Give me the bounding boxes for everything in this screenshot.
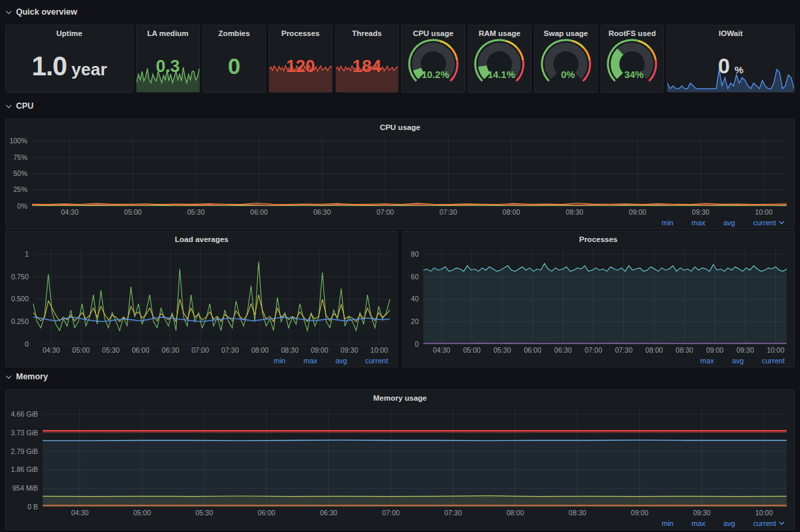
svg-text:75%: 75% <box>13 153 27 161</box>
panel-title-uptime[interactable]: Uptime <box>6 25 133 40</box>
svg-text:06:30: 06:30 <box>320 509 337 517</box>
svg-text:08:00: 08:00 <box>645 346 663 354</box>
svg-text:07:00: 07:00 <box>191 346 209 354</box>
uptime-value: 1.0 <box>31 51 67 81</box>
panel-title-swap-usage-gauge[interactable]: Swap usage <box>535 25 597 40</box>
panel-processes-chart: Processes 02040608004:3005:0005:3006:000… <box>402 231 795 367</box>
legend-min[interactable]: min <box>661 219 673 227</box>
processes-chart[interactable]: 02040608004:3005:0005:3006:0006:3007:000… <box>403 246 793 355</box>
legend-current[interactable]: current <box>762 357 785 365</box>
cpu-usage-chart[interactable]: 0%25%50%75%100%04:3005:0005:3006:0006:30… <box>7 134 793 217</box>
panel-title-processes-stat[interactable]: Processes <box>269 25 332 40</box>
svg-text:10:00: 10:00 <box>767 346 784 354</box>
grafana-dashboard: Quick overview Uptime 1.0 year LA medium… <box>0 0 800 532</box>
svg-text:09:00: 09:00 <box>629 208 646 216</box>
load-averages-chart[interactable]: 00.2500.5000.750104:3005:0005:3006:0006:… <box>7 246 397 355</box>
svg-text:07:30: 07:30 <box>615 346 632 354</box>
legend-min[interactable]: min <box>273 357 285 365</box>
chevron-down-icon <box>6 103 11 108</box>
svg-text:07:30: 07:30 <box>439 208 457 216</box>
chevron-down-icon <box>6 9 11 14</box>
svg-text:0%: 0% <box>561 69 575 80</box>
panel-title-zombies[interactable]: Zombies <box>203 25 266 40</box>
svg-text:0: 0 <box>25 340 29 348</box>
legend-current[interactable]: current <box>753 519 785 527</box>
svg-text:05:30: 05:30 <box>195 509 213 517</box>
panel-ram-usage-gauge: RAM usage 14.1% <box>468 25 532 93</box>
svg-text:0%: 0% <box>17 202 27 210</box>
svg-text:0.500: 0.500 <box>11 295 29 303</box>
panel-title-la-medium[interactable]: LA medium <box>137 25 199 40</box>
legend-min[interactable]: min <box>661 519 673 527</box>
panel-title-ram-usage-gauge[interactable]: RAM usage <box>469 25 531 40</box>
load-averages-legend: minmaxavgcurrent <box>273 357 388 365</box>
svg-text:0 B: 0 B <box>27 503 38 511</box>
uptime-unit: year <box>71 59 107 80</box>
legend-max[interactable]: max <box>691 219 705 227</box>
panel-title-cpu-usage-chart[interactable]: CPU usage <box>6 119 794 134</box>
panel-threads-stat: Threads 184 <box>335 25 399 93</box>
legend-avg[interactable]: avg <box>335 357 347 365</box>
panel-title-threads-stat[interactable]: Threads <box>336 25 399 40</box>
svg-text:14.1%: 14.1% <box>488 69 515 80</box>
section-memory[interactable]: Memory <box>5 370 795 383</box>
svg-text:1: 1 <box>25 250 29 258</box>
svg-text:09:00: 09:00 <box>631 509 648 517</box>
svg-text:80: 80 <box>411 250 419 258</box>
svg-text:04:30: 04:30 <box>43 346 60 354</box>
svg-text:0: 0 <box>415 340 419 348</box>
svg-text:10:00: 10:00 <box>371 346 388 354</box>
svg-text:3.73 GiB: 3.73 GiB <box>11 429 38 437</box>
svg-text:40: 40 <box>411 295 419 303</box>
svg-text:08:00: 08:00 <box>503 208 520 216</box>
svg-text:60: 60 <box>411 273 419 281</box>
svg-text:07:00: 07:00 <box>377 208 394 216</box>
panel-processes-stat: Processes 120 <box>269 25 333 93</box>
svg-text:04:30: 04:30 <box>433 346 450 354</box>
legend-max[interactable]: max <box>691 519 705 527</box>
section-cpu[interactable]: CPU <box>5 99 795 113</box>
svg-text:07:00: 07:00 <box>382 509 399 517</box>
section-quick-overview[interactable]: Quick overview <box>5 5 795 19</box>
legend-current[interactable]: current <box>753 219 785 227</box>
processes-legend: maxavgcurrent <box>700 357 785 365</box>
zombies-value: 0 <box>228 53 241 79</box>
processes-value: 120 <box>286 56 315 77</box>
svg-text:06:30: 06:30 <box>313 208 331 216</box>
svg-text:06:00: 06:00 <box>524 346 541 354</box>
svg-text:09:30: 09:30 <box>737 346 754 354</box>
svg-text:07:00: 07:00 <box>585 346 602 354</box>
iowait-value: 0 <box>718 54 730 79</box>
panel-title-processes-chart[interactable]: Processes <box>403 231 794 246</box>
legend-avg[interactable]: avg <box>732 357 744 365</box>
svg-text:04:30: 04:30 <box>71 509 89 517</box>
svg-text:09:00: 09:00 <box>706 346 723 354</box>
legend-avg[interactable]: avg <box>723 219 735 227</box>
svg-text:06:30: 06:30 <box>554 346 571 354</box>
svg-text:0.250: 0.250 <box>11 317 29 325</box>
svg-text:07:30: 07:30 <box>444 509 461 517</box>
memory-usage-chart[interactable]: 0 B954 MiB1.86 GiB2.79 GiB3.73 GiB4.66 G… <box>7 405 793 517</box>
svg-text:08:30: 08:30 <box>566 208 583 216</box>
legend-max[interactable]: max <box>700 357 714 365</box>
svg-text:0.750: 0.750 <box>11 273 29 281</box>
svg-text:05:30: 05:30 <box>102 346 119 354</box>
cpu-charts-row: Load averages 00.2500.5000.750104:3005:0… <box>5 231 795 367</box>
section-title: Memory <box>16 372 48 381</box>
svg-text:08:30: 08:30 <box>676 346 693 354</box>
svg-text:20: 20 <box>411 317 419 325</box>
legend-max[interactable]: max <box>303 357 317 365</box>
svg-text:10:00: 10:00 <box>755 509 773 517</box>
svg-text:09:30: 09:30 <box>692 208 709 216</box>
legend-current[interactable]: current <box>365 357 388 365</box>
legend-avg[interactable]: avg <box>723 519 735 527</box>
panel-title-cpu-usage-gauge[interactable]: CPU usage <box>402 25 465 40</box>
panel-title-memory-usage[interactable]: Memory usage <box>6 390 794 405</box>
panel-title-rootfs-used-gauge[interactable]: RootFS used <box>601 25 664 40</box>
svg-text:100%: 100% <box>9 137 27 145</box>
svg-text:09:00: 09:00 <box>311 346 328 354</box>
chevron-down-icon <box>779 221 785 225</box>
svg-text:1.86 GiB: 1.86 GiB <box>11 465 38 473</box>
panel-title-iowait[interactable]: IOWait <box>667 25 794 40</box>
panel-title-load-averages[interactable]: Load averages <box>6 231 397 246</box>
